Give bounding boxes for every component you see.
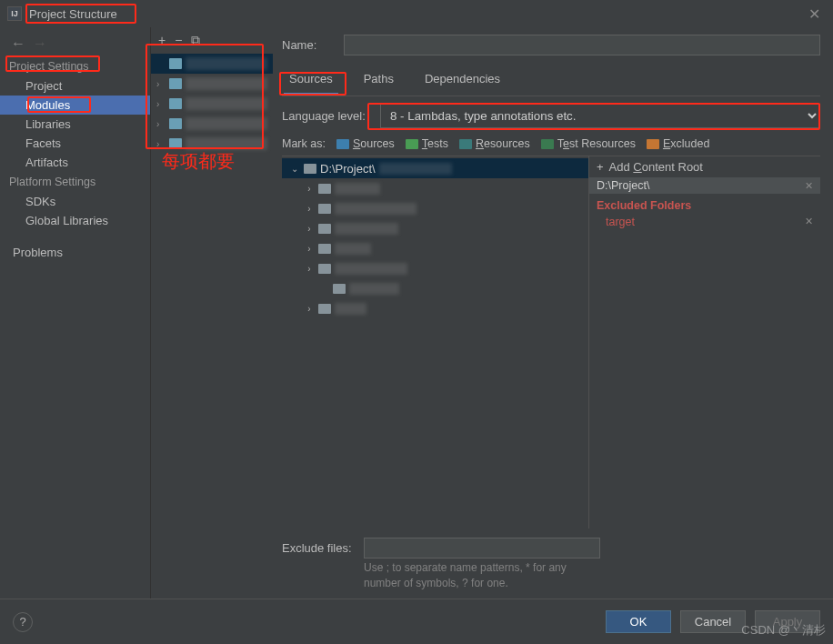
excluded-folder-item[interactable]: target✕ [589,214,820,230]
help-button[interactable]: ? [13,612,33,632]
sidebar-item-problems[interactable]: Problems [0,243,150,262]
folder-icon [304,164,316,174]
tab-dependencies[interactable]: Dependencies [419,68,506,96]
content-root-path[interactable]: D:\Project\✕ [589,177,820,194]
sidebar-item-project[interactable]: Project [0,76,150,96]
folder-icon [318,304,331,314]
folder-icon [333,284,346,294]
folder-icon [647,139,659,149]
exclude-files-input[interactable] [364,538,600,558]
language-level-select[interactable]: 8 - Lambdas, type annotations etc. [380,104,820,128]
mark-as-row: Mark as: Sources Tests Resources Test Re… [282,137,820,150]
titlebar: IJ Project Structure ✕ [0,0,833,27]
folder-icon [318,184,331,194]
content-roots-panel: Add Content Root D:\Project\✕ Excluded F… [588,156,820,528]
module-item[interactable]: › [151,74,273,94]
back-icon[interactable]: ← [11,35,25,52]
app-icon: IJ [7,6,22,21]
tree-item[interactable]: › [282,198,588,218]
forward-icon[interactable]: → [33,35,47,52]
sidebar-item-modules[interactable]: Modules [0,96,150,115]
module-item[interactable]: › [151,114,273,134]
modules-toolbar: + − ⧉ [151,27,273,54]
name-input[interactable] [344,35,820,55]
add-module-icon[interactable]: + [158,33,166,48]
exclude-files-hint: Use ; to separate name patterns, * for a… [282,560,820,591]
tree-item[interactable] [282,278,588,298]
module-icon [169,138,182,149]
folder-icon [318,204,331,214]
main-area: ← → Project Settings Project Modules Lib… [0,27,833,599]
language-level-row: Language level: 8 - Lambdas, type annota… [282,104,820,128]
folder-icon [336,139,349,149]
sidebar-item-artifacts[interactable]: Artifacts [0,153,150,172]
cancel-button[interactable]: Cancel [680,610,746,633]
mark-resources[interactable]: Resources [459,137,530,150]
sidebar-item-facets[interactable]: Facets [0,134,150,153]
module-icon [169,78,182,89]
tab-paths[interactable]: Paths [358,68,399,96]
module-label [186,57,267,70]
mark-test-resources[interactable]: Test Resources [541,137,636,150]
excluded-folders-header: Excluded Folders [589,194,820,214]
exclude-files-label: Exclude files: [282,541,356,555]
tree-root[interactable]: ⌄D:\Project\ [282,158,588,178]
language-level-label: Language level: [282,109,373,123]
tree-item[interactable]: › [282,298,588,318]
module-item[interactable]: › [151,134,273,154]
mark-as-label: Mark as: [282,137,326,150]
module-label [186,117,267,130]
tree-item[interactable]: › [282,258,588,278]
folder-icon [318,244,331,254]
tab-sources[interactable]: Sources [284,68,338,96]
remove-module-icon[interactable]: − [175,33,182,48]
module-label [186,77,267,90]
module-item[interactable]: › [151,94,273,114]
add-content-root[interactable]: Add Content Root [589,156,820,177]
nav-toolbar: ← → [0,31,150,56]
tabs: Sources Paths Dependencies [282,65,820,96]
section-project-settings: Project Settings [0,56,150,76]
section-platform-settings: Platform Settings [0,172,150,192]
sidebar: ← → Project Settings Project Modules Lib… [0,27,150,599]
tree-item[interactable]: › [282,218,588,238]
ok-button[interactable]: OK [606,610,671,633]
folder-icon [459,139,472,149]
footer: ? OK Cancel Apply [0,599,833,644]
window-title: Project Structure [29,7,117,21]
folder-icon [318,264,331,274]
close-icon[interactable]: ✕ [803,5,826,23]
folder-icon [318,224,331,234]
sidebar-item-sdks[interactable]: SDKs [0,192,150,211]
mark-tests[interactable]: Tests [406,137,448,150]
content-panel: Name: Sources Paths Dependencies Languag… [273,27,833,599]
folder-icon [541,139,554,149]
module-icon [169,118,182,129]
watermark: CSDN @丶清杉 [741,622,826,639]
sources-area: ⌄D:\Project\ › › › › › › Add Content Roo… [282,156,820,528]
source-tree[interactable]: ⌄D:\Project\ › › › › › › [282,156,588,528]
sidebar-item-global-libraries[interactable]: Global Libraries [0,211,150,230]
module-item[interactable] [151,54,273,74]
mark-excluded[interactable]: Excluded [647,137,709,150]
copy-module-icon[interactable]: ⧉ [191,33,200,48]
sidebar-item-libraries[interactable]: Libraries [0,115,150,134]
module-label [186,137,267,150]
tree-item[interactable]: › [282,178,588,198]
module-icon [169,58,182,69]
remove-icon[interactable]: ✕ [805,180,813,192]
remove-icon[interactable]: ✕ [805,216,813,228]
name-label: Name: [282,38,336,52]
tree-item[interactable]: › [282,238,588,258]
module-icon [169,98,182,109]
folder-icon [406,139,418,149]
mark-sources[interactable]: Sources [336,137,395,150]
module-label [186,97,267,110]
name-row: Name: [282,35,820,55]
exclude-files-row: Exclude files: [282,528,820,560]
modules-column: + − ⧉ › › › › [150,27,273,599]
